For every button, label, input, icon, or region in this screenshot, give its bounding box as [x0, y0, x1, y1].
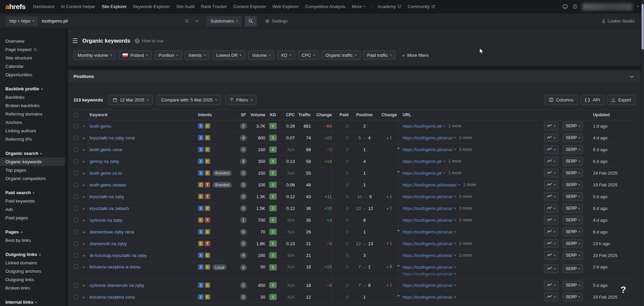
add-keyword-button[interactable]: + [82, 253, 85, 258]
position-history-chart-button[interactable]: ▾ [544, 157, 558, 166]
url-link[interactable]: https://toothgems.pl/cena/ [403, 135, 453, 141]
scrollbar-thumb[interactable] [642, 4, 644, 49]
url-dropdown-icon[interactable]: ▾ [454, 147, 456, 152]
export-button[interactable]: Export [607, 95, 635, 105]
row-checkbox[interactable] [74, 264, 78, 269]
url-dropdown-icon[interactable]: ▾ [454, 241, 456, 247]
url-dropdown-icon[interactable]: ▾ [444, 123, 445, 129]
serp-dropdown-button[interactable]: SERP▾ [563, 293, 583, 301]
add-keyword-button[interactable]: + [82, 264, 85, 269]
filter-paid-traffic[interactable]: Paid traffic▾ [363, 50, 396, 60]
url-link[interactable]: https://toothgems.pl/cena/ [403, 147, 453, 152]
nav-item-more[interactable]: More▾ [352, 4, 365, 9]
more-urls-link[interactable]: 1 more [459, 135, 472, 141]
url-dropdown-icon[interactable]: ▾ [454, 294, 456, 300]
url-dropdown-icon[interactable]: ▾ [454, 135, 456, 141]
keyword-link[interactable]: tooth gems [90, 124, 111, 129]
row-checkbox[interactable] [74, 218, 78, 222]
serp-dropdown-button[interactable]: SERP▾ [563, 216, 583, 224]
filter-position[interactable]: Position▾ [154, 50, 182, 60]
filter-cpc[interactable]: CPC▾ [298, 50, 319, 60]
url-dropdown-icon[interactable]: ▾ [444, 159, 445, 164]
more-urls-link[interactable]: 1 more [459, 147, 472, 152]
sidebar-section-backlink-profile[interactable]: Backlink profile▴ [0, 84, 65, 93]
nav-item-keywords-explorer[interactable]: Keywords Explorer [133, 4, 170, 9]
url-link[interactable]: https://toothgems.pl/cena/ [403, 253, 453, 258]
row-checkbox[interactable] [74, 283, 78, 288]
url-dropdown-icon[interactable]: ▾ [454, 229, 456, 235]
url-link[interactable]: https://toothgems.pl/cena/ [403, 206, 453, 211]
url-link[interactable]: https://toothgems.pl/ [403, 170, 442, 176]
clear-input-icon[interactable]: ✕ [195, 19, 198, 24]
position-history-chart-button[interactable]: ▾ [544, 281, 558, 290]
looker-studio-link[interactable]: Looker Studio [602, 18, 639, 24]
more-urls-link[interactable]: 1 more [459, 241, 472, 247]
position-history-chart-button[interactable]: ▾ [544, 216, 558, 224]
url-link[interactable]: https://toothgems.pl/ [403, 159, 442, 164]
filter-organic-traffic[interactable]: Organic traffic▾ [322, 50, 361, 60]
sidebar-item-ads[interactable]: Ads [0, 205, 65, 214]
sidebar-item-top-pages[interactable]: Top pages [0, 166, 65, 174]
target-input[interactable]: toothgems.pl/ ✕ [38, 16, 202, 26]
sidebar-item-overview[interactable]: Overview [0, 37, 65, 45]
compare-date-button[interactable]: Compare with: 5 Mar 2025 ▾ [157, 95, 221, 105]
url-dropdown-icon[interactable]: ▾ [454, 253, 456, 258]
filter-lowest-dr[interactable]: Lowest DR▾ [212, 50, 245, 60]
more-urls-link[interactable]: 1 more [459, 217, 472, 223]
column-header-intents[interactable]: Intents [198, 113, 212, 117]
url-link[interactable]: https://toothgems.pl/cena/ [403, 194, 453, 200]
sidebar-section-paid-search[interactable]: Paid search▴ [0, 188, 65, 197]
add-keyword-button[interactable]: + [82, 218, 85, 223]
serp-dropdown-button[interactable]: SERP▾ [563, 239, 583, 248]
open-target-external-icon[interactable] [185, 19, 189, 23]
keyword-link[interactable]: tooth gems cena [90, 147, 122, 152]
column-header-paid[interactable]: Paid [340, 113, 349, 117]
more-filters-button[interactable]: +More filters [398, 50, 432, 60]
sidebar-item-paid-pages[interactable]: Paid pages [0, 214, 65, 222]
add-keyword-button[interactable]: + [82, 194, 85, 199]
keyword-link[interactable]: diamentowe zęby cena [90, 229, 134, 234]
sidebar-item-paid-keywords[interactable]: Paid keywords [0, 197, 65, 205]
column-header-url[interactable]: URL [403, 113, 411, 117]
row-checkbox[interactable] [74, 230, 78, 234]
nav-item-competitive-analysis[interactable]: Competitive Analysis [305, 4, 346, 9]
keyword-link[interactable]: cyrkonie diamenciki na zęby [90, 283, 144, 288]
more-urls-link[interactable]: 1 more [459, 194, 472, 200]
url-dropdown-icon[interactable]: ▾ [454, 206, 456, 211]
filter-intents[interactable]: Intents▾ [185, 50, 210, 60]
filter-kd[interactable]: KD▾ [277, 50, 295, 60]
scope-selector[interactable]: Subdomains▾ [206, 16, 242, 26]
serp-dropdown-button[interactable]: SERP▾ [563, 251, 583, 260]
url-link[interactable]: https://toothgems.pl/cena/ [403, 264, 453, 270]
search-button[interactable] [245, 16, 257, 26]
column-header-keyword[interactable]: Keyword [90, 113, 107, 117]
nav-item-site-explorer[interactable]: Site Explorer [102, 4, 127, 9]
serp-dropdown-button[interactable]: SERP▾ [563, 227, 583, 236]
serp-dropdown-button[interactable]: SERP▾ [563, 157, 583, 166]
add-keyword-button[interactable]: + [82, 159, 85, 164]
filter-monthly-volume[interactable]: Monthly volume▾ [74, 50, 116, 60]
row-checkbox[interactable] [74, 147, 78, 152]
nav-item-site-audit[interactable]: Site Audit [176, 4, 195, 9]
serp-dropdown-button[interactable]: SERP▾ [563, 122, 583, 130]
more-urls-link[interactable]: 1 more [448, 159, 461, 164]
more-urls-link[interactable]: 1 more [463, 182, 476, 188]
positions-panel-header[interactable]: Positions [68, 70, 641, 83]
settings-button[interactable]: Settings [265, 18, 288, 24]
keyword-link[interactable]: krysztalki na zebach [90, 206, 129, 211]
page-scrollbar[interactable] [641, 0, 644, 306]
account-chevron-down-icon[interactable]: ▾ [637, 5, 639, 8]
sidebar-item-organic-competitors[interactable]: Organic competitors [0, 174, 65, 183]
column-header-kd[interactable]: KD [270, 113, 276, 117]
url-link[interactable]: https://toothgems.pl/zestaw/ [403, 182, 457, 188]
history-clock-icon[interactable] [572, 4, 578, 9]
nav-item-dashboard[interactable]: Dashboard [33, 4, 54, 9]
sidebar-section-organic-search[interactable]: Organic search▴ [0, 149, 65, 158]
add-keyword-button[interactable]: + [82, 206, 85, 211]
column-header-traffic[interactable]: Traffic [298, 113, 311, 117]
add-keyword-button[interactable]: + [82, 295, 85, 300]
sidebar-item-page-inspect[interactable]: Page inspect [0, 45, 65, 54]
add-keyword-button[interactable]: + [82, 171, 85, 176]
sidebar-section-outgoing-links[interactable]: Outgoing links▴ [0, 250, 65, 259]
sidebar-item-linking-authors[interactable]: Linking authors [0, 127, 65, 135]
